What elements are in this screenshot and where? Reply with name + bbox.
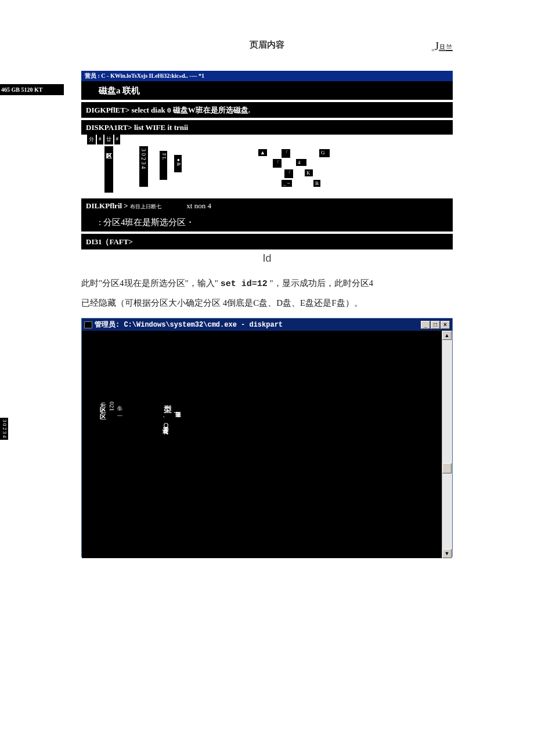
- prompt: DILKPflril >: [86, 201, 128, 210]
- body-line-1: 此时"分区4现在是所选分区"，输入" set id=12 "，显示成功后，此时分…: [81, 274, 453, 294]
- blob: G: [319, 149, 330, 157]
- blob: 4: [296, 159, 306, 166]
- tab-cell: 廿: [104, 135, 113, 144]
- header-sub: 旦兰: [439, 44, 453, 52]
- id-label: Id: [0, 252, 534, 265]
- terminal1-selected-partition: : 分区4班在是斯选分区・: [81, 213, 453, 231]
- vcol-text: 区一区E区区E: [99, 400, 107, 417]
- page-header-title: 页眉内容: [0, 39, 534, 50]
- body-paragraph: 此时"分区4现在是所选分区"，输入" set id=12 "，显示成功后，此时分…: [81, 274, 453, 313]
- vcol-type-label: 类型: [163, 397, 173, 410]
- terminal2-vgroup-2c: 、弄逻逻逻OR: [163, 415, 169, 436]
- terminal1-partition-graphic: 分 # 廿 # 区区区区且 3 0 2 3 4 F L ●& ▲ 「 G 「 4…: [81, 135, 453, 198]
- window-buttons: _ □ ×: [421, 321, 450, 329]
- blob: K: [305, 169, 313, 176]
- margin-label-top: 465 GB 5120 KT: [0, 84, 64, 95]
- vcol-numbers: 3 0 2 3 4: [139, 146, 148, 187]
- blob: 「: [284, 169, 293, 178]
- vcol-text: 021: [108, 400, 116, 417]
- header-main-letter: J: [435, 41, 439, 52]
- terminal2-vgroup-1: 区一区E区区E 021 牛 一 一: [99, 400, 124, 417]
- maximize-button[interactable]: □: [431, 321, 440, 329]
- terminal2-title-text: 管理员: C:\Windows\system32\cmd.exe - diskp…: [95, 320, 283, 330]
- terminal1-titlebar: 营员 : C - KWin.loTsXsjs ILeHi32:kic»d.. -…: [81, 71, 453, 81]
- margin-label-side: 3 0 2 3 4: [0, 418, 8, 440]
- body-line-2: 已经隐藏（可根据分区大小确定分区 4倒底是C盘、D盘、E盘还是F盘）。: [81, 294, 453, 313]
- page-header-right: =J旦兰: [431, 41, 453, 53]
- tab-cell: #: [97, 135, 103, 144]
- terminal-window-2: 管理员: C:\Windows\system32\cmd.exe - diskp…: [81, 318, 453, 557]
- body-1a: 此时"分区4现在是所选分区"，输入": [81, 278, 221, 288]
- xtnon-text: xt non 4: [186, 201, 211, 210]
- minimize-button[interactable]: _: [421, 321, 430, 329]
- vcol-text: 牛 一 一: [117, 400, 124, 417]
- vcol-text: 、弄逻逻逻OR: [163, 415, 169, 436]
- blob: 「: [273, 159, 282, 168]
- small-annot: 布目上日断七: [130, 204, 161, 209]
- vcol-fl: F L: [160, 151, 167, 180]
- vcol-partitions: 区区区区且: [104, 146, 113, 193]
- tab-cell: #: [114, 135, 121, 144]
- body-mono-code: set id=12: [221, 279, 268, 289]
- scroll-up-button[interactable]: ▲: [442, 331, 452, 340]
- cmd-icon: [84, 321, 92, 328]
- scroll-thumb[interactable]: [442, 463, 452, 473]
- terminal1-last-prompt: DI31（FAFT>: [81, 234, 453, 249]
- blob: _ ~: [282, 180, 292, 187]
- scroll-down-button[interactable]: ▼: [442, 549, 452, 558]
- vcol-dot: ●&: [174, 155, 182, 172]
- blob: B: [313, 180, 320, 187]
- blob: 「: [282, 149, 290, 158]
- terminal1-xtnon-row: DILKPflril > 布目上日断七 xt non 4: [81, 198, 453, 213]
- close-button[interactable]: ×: [441, 321, 450, 329]
- terminal2-scrollbar[interactable]: ▲ ▼: [442, 331, 452, 558]
- terminal1-tabs: 分 # 廿 #: [87, 135, 120, 144]
- tab-cell: 分: [87, 135, 96, 144]
- terminal1-disk-row: 磁盘a 联机: [81, 81, 453, 100]
- terminal2-body[interactable]: 区一区E区区E 021 牛 一 一 类型 一 罄篷筆 、弄逻逻逻OR: [82, 331, 442, 558]
- terminal-window-1: 营员 : C - KWin.loTsXsjs ILeHi32:kic»d.. -…: [81, 71, 453, 249]
- terminal2-vgroup-2: 类型 一: [163, 397, 181, 410]
- terminal1-select-row: DIGKPflET> select diak 0 磁盘W班在是所选磁盘.: [81, 102, 453, 118]
- blob: ▲: [258, 149, 267, 156]
- body-1b: "，显示成功后，此时分区4: [268, 278, 373, 288]
- terminal1-list-row: DISKPA1RT> list WIFE it trnii: [81, 120, 453, 135]
- terminal2-titlebar[interactable]: 管理员: C:\Windows\system32\cmd.exe - diskp…: [82, 319, 452, 331]
- vcol-text: 一: [173, 408, 181, 410]
